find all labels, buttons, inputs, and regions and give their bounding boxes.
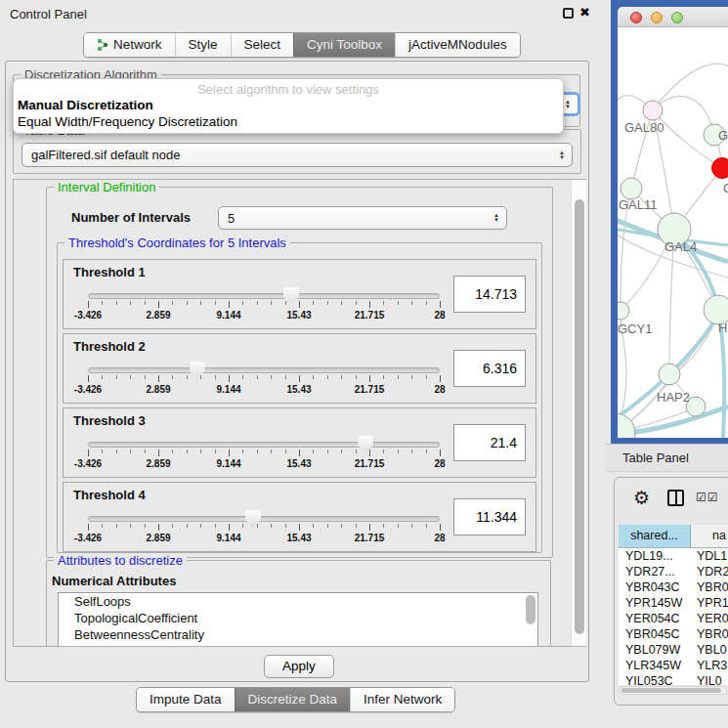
scrollbar-thumb[interactable]	[621, 688, 721, 693]
tab-impute-data[interactable]: Impute Data	[137, 688, 235, 711]
numerical-attributes-list[interactable]: SelfLoopsTopologicalCoefficientBetweenne…	[58, 592, 538, 647]
minimize-traffic-light-icon[interactable]	[651, 12, 663, 23]
cell-name[interactable]: YLR3	[691, 658, 728, 673]
slider-track	[88, 516, 440, 522]
cell-shared-name[interactable]: YPR145W	[619, 595, 691, 611]
table-row[interactable]: YLR345WYLR3	[619, 658, 728, 673]
table-data-combobox[interactable]: galFiltered.sif default node ▲▼	[21, 143, 573, 167]
dropdown-prompt-item[interactable]: Select algorithm to view settings	[14, 82, 563, 97]
tick-mark	[327, 524, 328, 528]
cell-name[interactable]: YBR0	[691, 579, 728, 595]
cell-name[interactable]: YPR1	[691, 595, 728, 611]
slider-track	[88, 293, 440, 299]
table-row[interactable]: YDR27...YDR2	[619, 564, 728, 579]
table-row[interactable]: YBR045CYBR0	[619, 626, 728, 642]
attribute-list-item[interactable]: SelfLoops	[59, 593, 537, 610]
number-of-intervals-value: 5	[228, 211, 235, 226]
tick-mark	[341, 450, 342, 453]
table-row[interactable]: YBL079WYBL0	[619, 642, 728, 658]
table-data-combobox-value: galFiltered.sif default node	[31, 148, 180, 162]
attribute-list-item[interactable]: TopologicalCoefficient	[59, 610, 537, 626]
table-row[interactable]: YDL19...YDL1	[619, 548, 728, 564]
cell-shared-name[interactable]: YBL079W	[619, 642, 691, 658]
node-attribute-table[interactable]: shared... na YDL19...YDL1YDR27...YDR2YBR…	[619, 525, 728, 685]
tick-mark	[285, 450, 286, 453]
close-icon[interactable]: ✖	[579, 5, 590, 20]
tick-mark	[426, 301, 427, 305]
node-selected-red[interactable]	[712, 158, 728, 179]
threshold-2-label: Threshold 2	[73, 339, 146, 354]
tab-infer-network[interactable]: Infer Network	[350, 688, 454, 711]
tick-mark	[187, 524, 188, 528]
dropdown-option-manual-discretization[interactable]: Manual Discretization	[14, 97, 563, 113]
tab-network[interactable]: Network	[84, 33, 175, 57]
zoom-traffic-light-icon[interactable]	[671, 12, 683, 23]
gear-icon[interactable]: ⚙	[633, 487, 650, 509]
cell-shared-name[interactable]: YDR27...	[619, 564, 691, 579]
table-row[interactable]: YER054CYER0	[619, 611, 728, 626]
cell-shared-name[interactable]: YBR043C	[619, 579, 691, 595]
node-hap2[interactable]	[659, 364, 680, 385]
tab-cyni-toolbox[interactable]: Cyni Toolbox	[293, 33, 395, 57]
node-gcy1[interactable]	[618, 302, 629, 320]
cell-shared-name[interactable]: YLR345W	[619, 658, 691, 673]
network-view-canvas[interactable]: GAL80 GA C GAL11 GAL4 GCY1 H HAP2	[618, 27, 728, 438]
float-window-icon[interactable]	[563, 8, 574, 19]
tab-discretize-data[interactable]: Discretize Data	[235, 688, 351, 711]
column-header-name[interactable]: na	[691, 525, 728, 547]
node-label-hap2: HAP2	[657, 390, 690, 405]
node-label-gal11: GAL11	[619, 197, 658, 212]
tick-mark	[313, 524, 314, 528]
tick-mark	[327, 450, 328, 453]
cell-shared-name[interactable]: YBR045C	[619, 626, 691, 642]
threshold-4-panel: Threshold 4 -3.4262.8599.14415.4321.7152…	[63, 482, 536, 552]
apply-button[interactable]: Apply	[264, 655, 334, 678]
select-columns-checkboxes-icon[interactable]: ☑☑	[696, 491, 719, 504]
node-bottom-left[interactable]	[618, 413, 635, 438]
threshold-1-value-field[interactable]: 14.713	[453, 276, 526, 313]
cell-shared-name[interactable]: YDL19...	[619, 548, 691, 564]
cell-shared-name[interactable]: YIL053C	[619, 673, 691, 685]
tick-mark	[341, 301, 342, 305]
attributes-list-scrollbar[interactable]	[526, 595, 535, 624]
tab-select[interactable]: Select	[231, 33, 294, 57]
tick-mark	[398, 375, 399, 379]
attribute-list-item[interactable]: BetweennessCentrality	[59, 626, 537, 643]
cell-name[interactable]: YDR2	[691, 564, 728, 579]
cell-name[interactable]: YBL0	[691, 642, 728, 658]
cell-name[interactable]: YIL0	[691, 673, 728, 685]
tick-mark	[130, 450, 131, 453]
columns-icon[interactable]	[667, 490, 684, 506]
tick-mark	[187, 375, 188, 379]
node-gal11[interactable]	[621, 178, 642, 199]
settings-vertical-scrollbar[interactable]	[571, 180, 586, 646]
cell-name[interactable]: YDL1	[691, 548, 728, 564]
table-row[interactable]: YIL053CYIL0	[619, 673, 728, 685]
tick-mark	[440, 375, 441, 382]
tick-mark	[145, 375, 146, 379]
slider-tick-labels: -3.4262.8599.14415.4321.71528	[88, 458, 440, 470]
table-horizontal-scrollbar[interactable]	[620, 686, 727, 695]
cell-name[interactable]: YBR0	[691, 626, 728, 642]
dropdown-option-equal-width[interactable]: Equal Width/Frequency Discretization	[14, 113, 563, 130]
node-gal80[interactable]	[643, 101, 663, 120]
tick-mark	[242, 301, 243, 305]
slider-tick-labels: -3.4262.8599.14415.4321.71528	[88, 533, 440, 544]
table-row[interactable]: YBR043CYBR0	[619, 579, 728, 595]
threshold-3-value-field[interactable]: 21.4	[453, 424, 526, 461]
scrollbar-thumb[interactable]	[575, 199, 584, 634]
column-header-shared-name[interactable]: shared...	[619, 525, 691, 547]
number-of-intervals-combobox[interactable]: 5 ▲▼	[218, 206, 507, 230]
tick-mark	[229, 375, 230, 382]
cell-shared-name[interactable]: YER054C	[619, 611, 691, 626]
tab-style[interactable]: Style	[175, 33, 231, 57]
cell-name[interactable]: YER0	[691, 611, 728, 626]
tick-mark	[369, 301, 370, 308]
slider-ticks	[88, 301, 440, 309]
tab-jactivemnodules[interactable]: jActiveMNodules	[395, 33, 520, 57]
threshold-2-value-field[interactable]: 6.316	[453, 350, 526, 387]
threshold-4-value-field[interactable]: 11.344	[453, 498, 526, 535]
table-row[interactable]: YPR145WYPR1	[619, 595, 728, 611]
close-traffic-light-icon[interactable]	[630, 12, 642, 23]
tick-mark	[215, 375, 216, 379]
